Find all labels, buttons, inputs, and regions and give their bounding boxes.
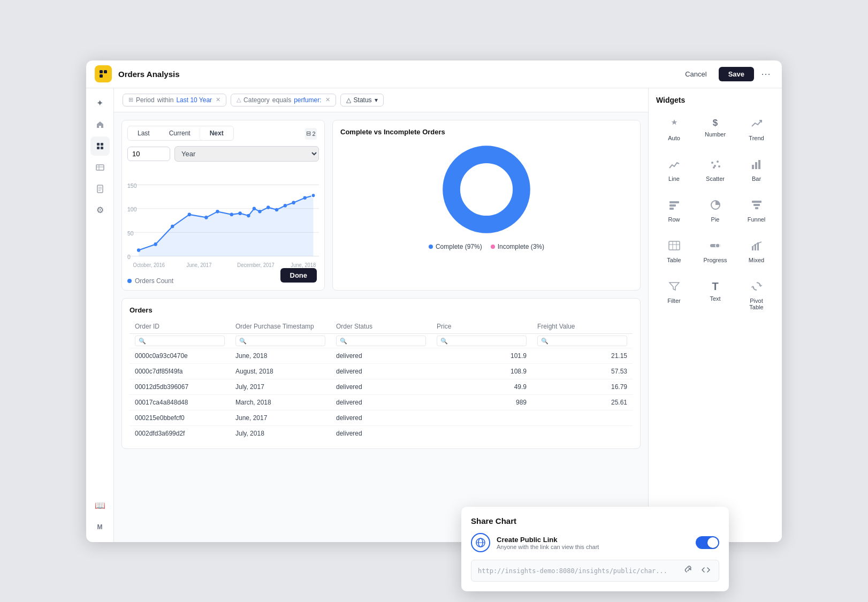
- widget-trend-label: Trend: [749, 135, 764, 141]
- title-bar: Orders Analysis Cancel Save ⋯: [86, 60, 782, 88]
- text-icon: T: [712, 280, 718, 293]
- cell-freight: 25.61: [532, 394, 633, 410]
- status-filter-chip[interactable]: △ Status ▾: [340, 94, 384, 106]
- widget-row[interactable]: Row: [656, 193, 692, 228]
- cell-order-id: 000215e0bbefcf0: [130, 410, 230, 425]
- title-bar-actions: Cancel Save ⋯: [677, 66, 773, 81]
- search-status[interactable]: [336, 336, 426, 346]
- search-timestamp[interactable]: [235, 336, 325, 346]
- cell-freight: [532, 410, 633, 425]
- search-freight[interactable]: [537, 336, 627, 346]
- svg-rect-6: [97, 147, 100, 149]
- svg-text:December, 2017: December, 2017: [237, 262, 274, 268]
- period-filter-chip[interactable]: ⊞ Period within Last 10 Year ✕: [123, 94, 226, 106]
- svg-point-33: [253, 207, 256, 210]
- progress-icon: [710, 240, 721, 254]
- sidebar-item-book[interactable]: 📖: [90, 496, 110, 515]
- svg-text:150: 150: [127, 182, 137, 188]
- cell-price: [431, 410, 532, 425]
- cell-price: 989: [431, 394, 532, 410]
- dashboard-grid: Last Current Next Year Month Week: [114, 112, 648, 542]
- cancel-button[interactable]: Cancel: [677, 67, 714, 81]
- cell-status: delivered: [331, 410, 431, 425]
- svg-rect-62: [755, 207, 758, 209]
- widget-scatter[interactable]: Scatter: [697, 153, 733, 188]
- svg-point-51: [718, 165, 720, 167]
- trend-icon: [751, 118, 763, 132]
- col-header-freight: Freight Value: [532, 319, 633, 334]
- category-chip-icon: △: [237, 96, 241, 103]
- pie-legend: Complete (97%) Incomplete (3%): [429, 243, 544, 250]
- app-logo: [95, 65, 112, 82]
- widget-mixed-label: Mixed: [749, 257, 764, 263]
- period-tab-next[interactable]: Next: [200, 126, 233, 140]
- sidebar-item-settings[interactable]: ⚙: [90, 201, 110, 220]
- widget-auto[interactable]: Auto: [656, 112, 692, 147]
- done-button[interactable]: Done: [280, 268, 317, 283]
- pie-legend-incomplete: Incomplete (3%): [491, 243, 544, 250]
- widget-line[interactable]: Line: [656, 153, 692, 188]
- search-order-id[interactable]: [135, 336, 225, 346]
- status-chip-arrow: ▾: [375, 96, 378, 104]
- period-tab-last[interactable]: Last: [128, 126, 159, 140]
- widget-progress[interactable]: Progress: [697, 234, 733, 269]
- period-number-input[interactable]: [127, 147, 170, 161]
- widget-line-label: Line: [668, 176, 680, 182]
- bar-icon: [751, 158, 763, 173]
- main-layout: ✦: [86, 88, 782, 542]
- widget-row-label: Row: [668, 216, 680, 223]
- cell-price: 101.9: [431, 348, 532, 363]
- sidebar-item-user[interactable]: M: [90, 517, 110, 537]
- sidebar-item-home[interactable]: [90, 115, 110, 134]
- widget-mixed[interactable]: Mixed: [738, 234, 774, 269]
- widget-number[interactable]: $ Number: [697, 112, 733, 147]
- widget-filter[interactable]: Filter: [656, 275, 692, 316]
- cell-freight: 21.15: [532, 348, 633, 363]
- table-header-row: Order ID Order Purchase Timestamp Order …: [130, 319, 633, 334]
- line-chart-preview: 0 50 100 150 200: [127, 167, 319, 274]
- widget-trend[interactable]: Trend: [738, 112, 774, 147]
- sidebar-item-sparkle[interactable]: ✦: [90, 94, 110, 113]
- create-public-link-toggle[interactable]: [696, 536, 719, 542]
- status-chip-icon: △: [346, 96, 351, 104]
- widget-pie[interactable]: Pie: [697, 193, 733, 228]
- widget-bar[interactable]: Bar: [738, 153, 774, 188]
- svg-point-26: [171, 224, 174, 228]
- widget-filter-label: Filter: [667, 298, 680, 304]
- content-area: ⊞ Period within Last 10 Year ✕ △ Categor…: [114, 88, 648, 542]
- share-globe-icon: [471, 533, 490, 542]
- sidebar-item-grid[interactable]: [90, 136, 110, 156]
- save-button[interactable]: Save: [719, 67, 754, 81]
- incomplete-label: Incomplete (3%): [498, 243, 544, 250]
- svg-point-47: [462, 165, 511, 214]
- share-row: Create Public Link Anyone with the link …: [471, 533, 719, 542]
- cell-order-id: 0002dfd3a699d2f: [130, 425, 230, 441]
- svg-point-32: [247, 214, 250, 217]
- widgets-panel: Widgets Auto $ Number: [648, 88, 782, 542]
- period-chip-close[interactable]: ✕: [216, 96, 220, 103]
- sidebar-item-table[interactable]: [90, 158, 110, 177]
- cell-order-id: 00017ca4a848d48: [130, 394, 230, 410]
- widget-funnel[interactable]: Funnel: [738, 193, 774, 228]
- svg-text:100: 100: [127, 206, 137, 212]
- sidebar-item-document[interactable]: [90, 179, 110, 199]
- svg-rect-55: [758, 160, 760, 169]
- widget-pie-label: Pie: [711, 216, 720, 223]
- svg-rect-4: [97, 143, 100, 146]
- chart-filter-badge[interactable]: ⊟ 2: [305, 128, 317, 140]
- filter-count: 2: [312, 131, 315, 137]
- search-price[interactable]: [437, 336, 527, 346]
- widget-table[interactable]: Table: [656, 234, 692, 269]
- app-window: Orders Analysis Cancel Save ⋯ ✦: [86, 60, 782, 542]
- widget-text-label: Text: [710, 295, 720, 302]
- category-filter-chip[interactable]: △ Category equals perfumer: ✕: [231, 94, 336, 106]
- period-tab-current[interactable]: Current: [159, 126, 200, 140]
- svg-point-52: [713, 166, 715, 169]
- more-options-button[interactable]: ⋯: [758, 66, 773, 81]
- widget-text[interactable]: T Text: [697, 275, 733, 316]
- category-chip-close[interactable]: ✕: [325, 96, 330, 103]
- widget-pivot-table[interactable]: Pivot Table: [738, 275, 774, 316]
- period-unit-select[interactable]: Year Month Week Day: [174, 146, 319, 162]
- share-link-title: Create Public Link: [497, 536, 689, 542]
- pivot-table-icon: [751, 280, 763, 295]
